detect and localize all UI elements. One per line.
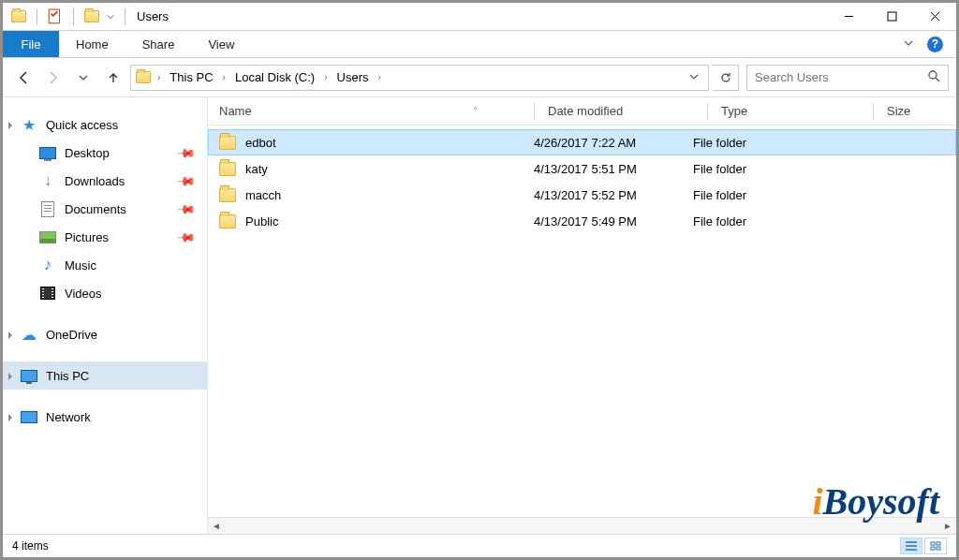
chevron-right-icon[interactable]: › — [324, 72, 327, 82]
videos-icon — [38, 284, 57, 302]
sidebar-network[interactable]: Network — [3, 403, 207, 431]
recent-locations-button[interactable] — [70, 65, 96, 91]
pin-icon: 📌 — [176, 142, 197, 163]
ribbon-expand-icon[interactable] — [903, 37, 914, 52]
sidebar-item-downloads[interactable]: ↓ Downloads 📌 — [3, 167, 207, 195]
file-name: Public — [245, 214, 278, 228]
column-label: Size — [887, 104, 910, 118]
large-icons-view-button[interactable] — [924, 538, 947, 554]
sidebar-this-pc[interactable]: This PC — [3, 361, 207, 390]
cloud-icon: ☁ — [20, 325, 38, 344]
ribbon: File Home Share View ? — [3, 31, 956, 58]
sidebar-quick-access[interactable]: ★ Quick access — [3, 111, 207, 139]
scroll-left-button[interactable]: ◄ — [208, 518, 225, 535]
svg-point-2 — [929, 71, 937, 79]
column-header-type[interactable]: Type — [721, 104, 873, 118]
file-name: katy — [245, 162, 268, 176]
search-box[interactable] — [746, 65, 949, 91]
file-type: File folder — [693, 162, 845, 176]
close-button[interactable] — [913, 3, 956, 31]
divider — [37, 8, 37, 25]
chevron-right-icon[interactable]: › — [157, 72, 160, 82]
svg-rect-4 — [937, 542, 940, 545]
downloads-icon: ↓ — [38, 171, 57, 190]
breadcrumb[interactable]: This PC — [166, 66, 216, 90]
navigation-pane: ★ Quick access Desktop 📌 ↓ Downloads 📌 D… — [3, 97, 207, 534]
svg-rect-0 — [49, 9, 59, 23]
maximize-button[interactable] — [870, 3, 913, 31]
pin-icon: 📌 — [176, 227, 197, 247]
search-input[interactable] — [755, 70, 927, 84]
file-row[interactable]: Public 4/13/2017 5:49 PM File folder — [208, 208, 956, 234]
file-row[interactable]: edbot 4/26/2017 7:22 AM File folder — [208, 129, 956, 155]
up-button[interactable] — [100, 65, 126, 91]
breadcrumb-label: Local Disk (C:) — [235, 70, 315, 84]
sidebar-item-label: Documents — [65, 202, 126, 216]
sidebar-item-label: Desktop — [65, 146, 110, 160]
divider — [73, 8, 74, 25]
pictures-icon — [38, 228, 57, 246]
file-date: 4/13/2017 5:51 PM — [534, 162, 693, 176]
breadcrumb-label: Users — [337, 70, 369, 84]
sidebar-onedrive[interactable]: ☁ OneDrive — [3, 320, 207, 348]
sidebar-item-desktop[interactable]: Desktop 📌 — [3, 139, 207, 167]
sidebar-item-documents[interactable]: Documents 📌 — [3, 195, 207, 223]
file-tab[interactable]: File — [3, 31, 59, 57]
column-label: Type — [721, 104, 747, 118]
navbar: › This PC › Local Disk (C:) › Users › — [3, 58, 956, 97]
caption-buttons — [827, 3, 956, 31]
svg-rect-5 — [931, 547, 935, 550]
new-folder-icon[interactable] — [83, 8, 100, 25]
folder-icon — [219, 136, 236, 150]
sidebar-item-pictures[interactable]: Pictures 📌 — [3, 223, 207, 251]
chevron-right-icon[interactable]: › — [377, 72, 380, 82]
svg-rect-3 — [931, 542, 935, 545]
breadcrumb[interactable]: Local Disk (C:) — [231, 66, 318, 90]
forward-button[interactable] — [40, 65, 66, 91]
horizontal-scrollbar[interactable]: ◄ ► — [208, 517, 956, 534]
svg-rect-6 — [937, 547, 940, 550]
sidebar-item-label: This PC — [46, 369, 89, 383]
address-dropdown-icon[interactable] — [689, 70, 699, 84]
search-icon[interactable] — [927, 69, 940, 85]
pc-icon — [20, 366, 38, 385]
help-icon[interactable]: ? — [927, 37, 943, 52]
pin-icon: 📌 — [176, 170, 197, 191]
sidebar-item-label: Quick access — [46, 118, 118, 132]
column-header-size[interactable]: Size — [887, 104, 956, 118]
chevron-right-icon[interactable]: › — [223, 72, 226, 82]
view-mode-buttons — [900, 538, 947, 554]
sidebar-item-videos[interactable]: Videos — [3, 279, 207, 307]
column-label: Name — [219, 104, 252, 118]
scroll-right-button[interactable]: ► — [939, 518, 956, 535]
file-row[interactable]: katy 4/13/2017 5:51 PM File folder — [208, 155, 956, 182]
breadcrumb-label: This PC — [170, 70, 213, 84]
minimize-button[interactable] — [827, 3, 870, 31]
file-date: 4/13/2017 5:49 PM — [534, 214, 693, 228]
back-button[interactable] — [10, 65, 37, 91]
sidebar-item-label: OneDrive — [46, 328, 97, 342]
file-rows: edbot 4/26/2017 7:22 AM File folder katy… — [208, 125, 956, 517]
properties-icon[interactable] — [47, 8, 64, 25]
folder-icon — [135, 69, 152, 86]
file-type: File folder — [693, 214, 845, 228]
column-header-name[interactable]: Name ˄ — [219, 104, 534, 118]
desktop-icon — [38, 143, 57, 162]
tab-home[interactable]: Home — [59, 31, 125, 57]
qat-dropdown-icon[interactable] — [106, 8, 115, 25]
breadcrumb[interactable]: Users — [333, 66, 373, 90]
quick-access-toolbar — [3, 8, 129, 25]
file-row[interactable]: macch 4/13/2017 5:52 PM File folder — [208, 182, 956, 208]
file-type: File folder — [693, 188, 845, 202]
address-bar[interactable]: › This PC › Local Disk (C:) › Users › — [130, 65, 709, 91]
sidebar-item-music[interactable]: ♪ Music — [3, 251, 207, 279]
tab-share[interactable]: Share — [125, 31, 192, 57]
divider — [125, 8, 125, 25]
tab-view[interactable]: View — [191, 31, 251, 57]
file-name: edbot — [245, 136, 276, 150]
pin-icon: 📌 — [176, 199, 197, 219]
details-view-button[interactable] — [900, 538, 922, 554]
file-list-pane: Name ˄ Date modified Type Size edbot 4/2… — [207, 97, 956, 534]
column-header-date[interactable]: Date modified — [548, 104, 707, 118]
refresh-button[interactable] — [713, 65, 739, 91]
